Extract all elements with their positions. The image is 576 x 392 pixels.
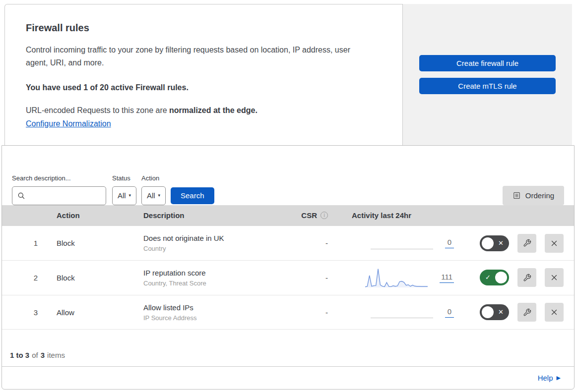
delete-rule-button[interactable]: [545, 303, 564, 322]
help-arrow-icon: ▶: [557, 375, 561, 381]
rule-description-fields: IP Source Address: [143, 314, 271, 322]
status-label: Status: [112, 174, 136, 182]
rule-priority: 3: [2, 308, 49, 317]
rule-description-title: IP reputation score: [143, 269, 271, 277]
toggle-knob: [482, 237, 494, 249]
rule-description: Does not originate in UK Country: [135, 234, 271, 252]
pagination-total: 3: [41, 351, 45, 359]
header-section: Firewall rules Control incoming traffic …: [0, 0, 576, 145]
rule-description-fields: Country: [143, 245, 271, 252]
toggle-x-icon: ✕: [498, 240, 504, 246]
pagination-summary: 1 to 3 of 3 items: [2, 330, 574, 366]
table-row: 2 Block IP reputation score Country, Thr…: [2, 261, 574, 295]
rule-description-title: Does not originate in UK: [143, 234, 271, 242]
rule-description: IP reputation score Country, Threat Scor…: [135, 269, 271, 287]
rule-controls: ✓ ✕: [458, 303, 574, 322]
configure-normalization-link[interactable]: Configure Normalization: [26, 119, 111, 128]
rule-enable-toggle[interactable]: ✓ ✕: [480, 235, 509, 251]
rule-priority: 1: [2, 239, 49, 247]
rule-csr-value: -: [271, 239, 334, 247]
activity-sparkline: [371, 301, 433, 324]
edit-rule-button[interactable]: [517, 234, 536, 253]
header-card: Firewall rules Control incoming traffic …: [4, 4, 403, 145]
wrench-icon: [523, 274, 531, 282]
table-row: 3 Allow Allow listed IPs IP Source Addre…: [2, 295, 574, 330]
create-firewall-rule-button[interactable]: Create firewall rule: [419, 55, 556, 71]
delete-rule-button[interactable]: [545, 268, 564, 287]
chevron-down-icon: ▾: [158, 193, 161, 198]
toggle-knob: [495, 272, 507, 283]
rule-activity: 111: [334, 266, 458, 289]
toggle-x-icon: ✕: [498, 309, 504, 315]
search-input[interactable]: [29, 192, 101, 200]
rule-action: Block: [49, 239, 135, 247]
csr-column-label: CSR: [301, 211, 317, 220]
action-column-header: Action: [49, 211, 135, 220]
rule-enable-toggle[interactable]: ✓ ✕: [480, 304, 509, 320]
rule-action: Block: [49, 274, 135, 282]
pagination-of: of: [32, 351, 38, 359]
ordering-list-icon: [512, 191, 521, 200]
close-icon: [550, 239, 559, 248]
ordering-button[interactable]: Ordering: [503, 186, 564, 205]
delete-rule-button[interactable]: [545, 234, 564, 253]
pagination-range: 1 to 3: [10, 351, 29, 359]
rule-controls: ✓ ✕: [458, 234, 574, 253]
filter-bar: Search description... Status All ▾ Actio: [2, 146, 574, 205]
action-select[interactable]: All ▾: [141, 186, 166, 205]
rule-csr-value: -: [271, 308, 334, 317]
status-select-value: All: [118, 191, 126, 200]
action-select-value: All: [147, 191, 155, 200]
info-icon[interactable]: i: [320, 212, 328, 219]
firewall-rules-page: Firewall rules Control incoming traffic …: [0, 0, 576, 392]
wrench-icon: [523, 239, 531, 247]
wrench-icon: [523, 308, 531, 317]
activity-sparkline: [371, 232, 433, 255]
action-label: Action: [141, 174, 166, 182]
page-description: Control incoming traffic to your zone by…: [26, 44, 363, 70]
rule-controls: ✓ ✕: [458, 268, 574, 287]
rules-list-card: Search description... Status All ▾ Actio: [1, 145, 575, 390]
activity-count-link[interactable]: 111: [440, 273, 454, 283]
normalization-note: URL-encoded Requests to this zone are no…: [26, 106, 382, 115]
rule-csr-value: -: [271, 274, 334, 282]
rule-activity: 0: [334, 301, 458, 324]
activity-column-header: Activity last 24hr: [334, 211, 458, 220]
ordering-button-label: Ordering: [525, 191, 554, 200]
table-row: 1 Block Does not originate in UK Country…: [2, 226, 574, 261]
usage-summary: You have used 1 of 20 active Firewall ru…: [26, 83, 382, 92]
activity-sparkline: [365, 266, 428, 289]
edit-rule-button[interactable]: [517, 303, 536, 322]
close-icon: [550, 308, 559, 317]
page-title: Firewall rules: [26, 22, 382, 34]
description-column-header: Description: [135, 211, 271, 220]
search-button[interactable]: Search: [171, 187, 214, 204]
table-header-row: Action Description CSR i Activity last 2…: [2, 205, 574, 226]
help-link[interactable]: Help ▶: [538, 374, 561, 382]
actions-panel: Create firewall rule Create mTLS rule: [403, 4, 572, 145]
csr-column-header: CSR i: [271, 211, 334, 220]
toggle-check-icon: ✓: [485, 275, 491, 281]
rule-description-title: Allow listed IPs: [143, 303, 271, 312]
activity-count-link[interactable]: 0: [445, 307, 454, 318]
status-select[interactable]: All ▾: [112, 186, 136, 205]
pagination-items: items: [47, 351, 65, 359]
rule-priority: 2: [2, 274, 49, 282]
close-icon: [550, 273, 559, 282]
rule-activity: 0: [334, 232, 458, 255]
rule-action: Allow: [49, 308, 135, 317]
search-box: [12, 186, 106, 205]
create-mtls-rule-button[interactable]: Create mTLS rule: [419, 78, 556, 94]
search-icon: [17, 192, 25, 200]
search-label: Search description...: [12, 174, 106, 182]
rule-enable-toggle[interactable]: ✓ ✕: [480, 270, 509, 285]
help-link-label: Help: [538, 374, 553, 382]
help-row: Help ▶: [2, 366, 574, 389]
normalization-bold-text: normalized at the edge.: [169, 106, 257, 114]
action-filter-group: Action All ▾: [141, 174, 166, 205]
chevron-down-icon: ▾: [129, 193, 131, 198]
activity-count-link[interactable]: 0: [445, 238, 454, 248]
toggle-knob: [482, 306, 494, 318]
normalization-text: URL-encoded Requests to this zone are: [26, 106, 169, 114]
edit-rule-button[interactable]: [517, 268, 536, 287]
